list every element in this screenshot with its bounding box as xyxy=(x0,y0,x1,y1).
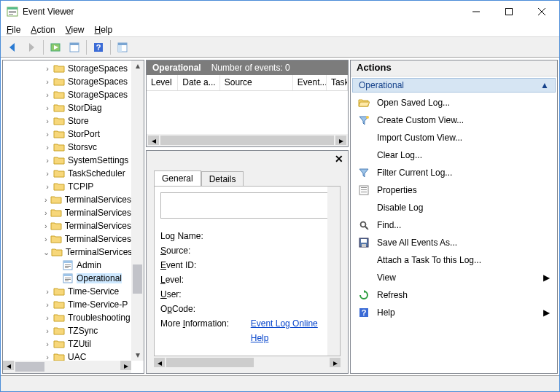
tree-item[interactable]: ›TZUtil xyxy=(43,337,131,350)
expander-icon[interactable]: › xyxy=(43,64,52,73)
column-header[interactable]: Task xyxy=(327,75,348,90)
event-list-body[interactable] xyxy=(147,91,348,134)
menu-file[interactable]: File xyxy=(7,25,20,35)
action-disable-log[interactable]: Disable Log xyxy=(351,199,557,216)
help-button[interactable]: ? xyxy=(90,39,107,56)
back-button[interactable] xyxy=(4,39,21,56)
tree-vertical-scrollbar[interactable]: ▴ ▾ xyxy=(131,60,144,361)
action-open-saved-log[interactable]: Open Saved Log... xyxy=(351,94,557,111)
tree-item[interactable]: ›Time-Service xyxy=(43,285,131,298)
properties-button[interactable] xyxy=(66,39,83,56)
tree-item[interactable]: ›StorageSpaces xyxy=(43,88,131,101)
tree-item[interactable]: ›TaskScheduler xyxy=(43,167,131,180)
expander-icon[interactable]: › xyxy=(43,77,52,86)
tree-item[interactable]: ›TZSync xyxy=(43,324,131,337)
navigation-tree[interactable]: ›StorageSpaces›StorageSpaces›StorageSpac… xyxy=(3,60,131,361)
action-save-all-events-as[interactable]: Save All Events As... xyxy=(351,234,557,251)
tree-item[interactable]: ›StorageSpaces xyxy=(43,62,131,75)
tree-item[interactable]: ›SystemSettings xyxy=(43,154,131,167)
expander-icon[interactable]: › xyxy=(43,208,49,217)
column-header[interactable]: Date a... xyxy=(178,75,219,90)
expander-icon[interactable]: › xyxy=(43,143,52,152)
expander-icon[interactable]: › xyxy=(43,313,52,322)
tab-general[interactable]: General xyxy=(154,170,201,187)
tree-item[interactable]: Admin xyxy=(43,259,131,272)
action-find[interactable]: Find... xyxy=(351,216,557,234)
tree-item[interactable]: ›TCPIP xyxy=(43,180,131,193)
event-list-header: Operational Number of events: 0 xyxy=(147,60,348,75)
tree-item[interactable]: Operational xyxy=(43,272,131,285)
detail-vertical-scrollbar[interactable] xyxy=(327,187,340,356)
svg-text:?: ? xyxy=(362,308,367,317)
action-properties[interactable]: Properties xyxy=(351,181,557,199)
action-import-custom-view[interactable]: Import Custom View... xyxy=(351,129,557,146)
app-icon xyxy=(7,6,18,17)
expander-icon[interactable]: › xyxy=(43,156,52,165)
tree-item[interactable]: ›TerminalServices xyxy=(43,219,131,232)
expander-icon[interactable]: › xyxy=(43,195,49,204)
tree-item[interactable]: ›TerminalServices xyxy=(43,193,131,206)
tree-item[interactable]: ›Store xyxy=(43,114,131,128)
expander-icon[interactable]: › xyxy=(43,130,52,138)
event-log-help-link[interactable]: Event Log Online Help xyxy=(251,316,334,345)
panes-button[interactable] xyxy=(114,39,131,56)
expander-icon[interactable]: › xyxy=(43,353,52,361)
expander-icon[interactable]: › xyxy=(43,326,52,335)
detail-close-icon[interactable]: ✕ xyxy=(335,153,343,165)
expander-icon[interactable]: › xyxy=(43,182,52,191)
svg-rect-24 xyxy=(65,278,71,278)
expander-icon[interactable]: › xyxy=(43,222,49,230)
action-view[interactable]: View▶ xyxy=(351,269,557,286)
tree-item-label: Storsvc xyxy=(68,142,97,152)
tree-item[interactable]: ›StorPort xyxy=(43,128,131,141)
folder-icon xyxy=(50,195,62,205)
column-header[interactable]: Level xyxy=(147,75,178,90)
expander-icon[interactable]: › xyxy=(43,300,52,309)
expander-icon[interactable]: › xyxy=(43,235,49,243)
expander-icon[interactable]: › xyxy=(43,340,52,348)
tree-item[interactable]: ›StorageSpaces xyxy=(43,75,131,88)
expander-icon[interactable]: › xyxy=(43,169,52,178)
tree-item[interactable]: ›TerminalServices xyxy=(43,206,131,219)
actions-pane: Actions Operational ▲ Open Saved Log...C… xyxy=(350,60,558,374)
tree-item[interactable]: ›Troubleshooting xyxy=(43,311,131,324)
detail-horizontal-scrollbar[interactable]: ◂▸ xyxy=(154,356,341,369)
svg-rect-21 xyxy=(65,267,69,268)
tree-item[interactable]: ›Storsvc xyxy=(43,141,131,154)
expander-icon[interactable]: › xyxy=(43,103,52,112)
maximize-button[interactable] xyxy=(492,1,525,23)
column-header[interactable]: Source xyxy=(220,75,293,90)
action-create-custom-view[interactable]: Create Custom View... xyxy=(351,111,557,129)
menu-view[interactable]: View xyxy=(66,25,85,35)
action-refresh[interactable]: Refresh xyxy=(351,286,557,304)
tree-item[interactable]: ⌄TerminalServices xyxy=(43,246,131,259)
show-hide-tree-button[interactable] xyxy=(47,39,64,56)
action-filter-current-log[interactable]: Filter Current Log... xyxy=(351,164,557,181)
menu-help[interactable]: Help xyxy=(95,25,113,35)
tree-item[interactable]: ›UAC xyxy=(43,350,131,361)
action-help[interactable]: ?Help▶ xyxy=(351,304,557,321)
expander-icon[interactable]: ⌄ xyxy=(43,248,50,257)
tree-item-label: Time-Service xyxy=(68,286,119,297)
expander-icon[interactable]: › xyxy=(43,90,52,99)
action-attach-a-task-to-this-log[interactable]: Attach a Task To this Log... xyxy=(351,251,557,269)
forward-button[interactable] xyxy=(23,39,40,56)
tree-item[interactable]: ›TerminalServices xyxy=(43,232,131,246)
action-clear-log[interactable]: Clear Log... xyxy=(351,146,557,164)
menu-bar: File Action View Help xyxy=(1,23,559,37)
tree-horizontal-scrollbar[interactable]: ◂ ▸ xyxy=(3,361,131,373)
expander-icon[interactable]: › xyxy=(43,117,52,125)
event-description-box[interactable] xyxy=(160,192,334,219)
column-header[interactable]: Event... xyxy=(293,75,327,90)
menu-action[interactable]: Action xyxy=(31,25,55,35)
event-list-horizontal-scrollbar[interactable]: ◂▸ xyxy=(147,134,348,146)
svg-text:?: ? xyxy=(96,43,101,52)
minimize-button[interactable] xyxy=(459,1,492,23)
tree-item[interactable]: ›StorDiag xyxy=(43,101,131,114)
column-headers[interactable]: LevelDate a...SourceEvent...Task xyxy=(147,75,348,91)
expander-icon[interactable]: › xyxy=(43,287,52,296)
tree-item[interactable]: ›Time-Service-P xyxy=(43,298,131,311)
tab-details[interactable]: Details xyxy=(201,171,244,187)
close-button[interactable] xyxy=(525,1,558,23)
actions-section-header[interactable]: Operational ▲ xyxy=(352,78,556,93)
